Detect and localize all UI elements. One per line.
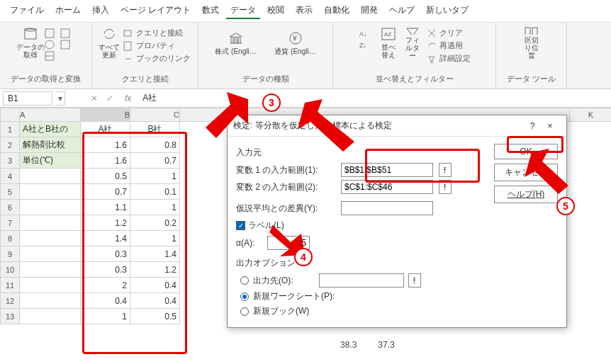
cell[interactable]	[20, 293, 81, 309]
col-header-k[interactable]: K	[570, 108, 611, 122]
cell[interactable]: 1.2	[130, 262, 180, 278]
cell[interactable]: B社	[130, 122, 180, 137]
range-picker-icon[interactable]: ⭱	[439, 163, 452, 177]
select-all-corner[interactable]	[0, 108, 20, 122]
fx-icon[interactable]: fx	[118, 93, 138, 103]
cell[interactable]: 1	[130, 169, 180, 184]
cell[interactable]: 単位(℃)	[20, 153, 81, 169]
menu-home[interactable]: ホーム	[51, 3, 85, 19]
cell[interactable]: 0.4	[130, 278, 180, 293]
name-box-dropdown[interactable]: ▾	[55, 91, 65, 106]
advanced-button[interactable]: 詳細設定	[427, 52, 471, 64]
cell[interactable]: 1.6	[81, 153, 130, 169]
cell[interactable]: 1.4	[81, 231, 130, 246]
cell[interactable]	[20, 246, 81, 262]
sort-button[interactable]: AZ 並べ替え	[379, 25, 398, 59]
cell[interactable]: 0.2	[130, 215, 180, 231]
from-web-icon[interactable]	[45, 40, 56, 50]
enter-icon[interactable]: ✓	[102, 93, 118, 103]
cell[interactable]	[20, 215, 81, 231]
menu-auto[interactable]: 自動化	[320, 3, 354, 19]
from-text-icon[interactable]	[45, 28, 56, 38]
row-header[interactable]: 13	[0, 309, 20, 324]
currency-button[interactable]: ¥ 通貨 (Engli…	[271, 25, 320, 59]
cell[interactable]	[20, 169, 81, 184]
name-box[interactable]: B1	[3, 91, 52, 106]
stocks-button[interactable]: 株式 (Engli…	[211, 25, 261, 59]
cell[interactable]: 0.4	[81, 293, 130, 309]
cell[interactable]: 0.7	[130, 153, 180, 169]
existing-icon[interactable]	[60, 40, 72, 50]
row-header[interactable]: 5	[0, 184, 20, 200]
reapply-button[interactable]: 再適用	[427, 40, 471, 52]
labels-checkbox[interactable]: ✓	[236, 221, 245, 230]
queries-button[interactable]: クエリと接続	[123, 27, 191, 39]
formula-value[interactable]: A社	[138, 92, 161, 104]
menu-help[interactable]: ヘルプ	[385, 3, 419, 19]
row-header[interactable]: 3	[0, 153, 20, 169]
cell[interactable]: A社	[81, 122, 130, 137]
new-worksheet-radio[interactable]	[240, 292, 249, 301]
cell[interactable]: 0.7	[81, 184, 130, 200]
ok-button[interactable]: OK	[494, 144, 558, 159]
refresh-all-button[interactable]: すべて 更新	[99, 25, 119, 59]
cell[interactable]: 0.5	[130, 309, 180, 324]
row-header[interactable]: 8	[0, 231, 20, 246]
cell[interactable]: A社とB社の	[20, 122, 81, 137]
row-header[interactable]: 11	[0, 278, 20, 293]
menu-insert[interactable]: 挿入	[88, 3, 113, 19]
cell[interactable]: 1	[130, 231, 180, 246]
row-header[interactable]: 1	[0, 122, 20, 137]
cell[interactable]: 0.8	[130, 137, 180, 153]
row-header[interactable]: 7	[0, 215, 20, 231]
workbook-links-button[interactable]: ブックのリンク	[123, 52, 191, 64]
filter-button[interactable]: フィルター	[403, 25, 422, 59]
new-workbook-radio[interactable]	[240, 307, 249, 316]
menu-newtab[interactable]: 新しいタブ	[422, 3, 473, 19]
cell[interactable]: 0.5	[81, 169, 130, 184]
cell[interactable]: 0.1	[130, 184, 180, 200]
cell[interactable]	[20, 200, 81, 215]
clear-filter-button[interactable]: クリア	[427, 27, 471, 39]
cell[interactable]	[20, 231, 81, 246]
cell[interactable]: 1.2	[81, 215, 130, 231]
help-button[interactable]: ヘルプ(H)	[494, 186, 558, 203]
cell[interactable]: 2	[81, 278, 130, 293]
menu-pagelayout[interactable]: ページ レイアウト	[116, 3, 195, 19]
dialog-close-icon[interactable]: ×	[539, 121, 561, 131]
row-header[interactable]: 10	[0, 262, 20, 278]
cell[interactable]: 1.6	[81, 137, 130, 153]
row-header[interactable]: 6	[0, 200, 20, 215]
col-header-a[interactable]: A	[20, 108, 81, 122]
cell[interactable]	[20, 262, 81, 278]
cell[interactable]	[20, 278, 81, 293]
menu-formulas[interactable]: 数式	[198, 3, 223, 19]
hypothesis-input[interactable]	[341, 201, 433, 215]
cell[interactable]: 0.3	[81, 246, 130, 262]
cancel-button[interactable]: キャンセル	[494, 164, 558, 181]
sort-desc-icon[interactable]: Z↓	[359, 40, 371, 50]
cell[interactable]	[20, 309, 81, 324]
cell[interactable]: 1.1	[81, 200, 130, 215]
recent-icon[interactable]	[60, 28, 72, 38]
row-header[interactable]: 9	[0, 246, 20, 262]
get-data-button[interactable]: データの 取得	[21, 25, 40, 59]
text-to-columns-button[interactable]: 区切り位置	[522, 25, 542, 59]
range-picker-icon[interactable]: ⭱	[408, 273, 421, 288]
dialog-help-icon[interactable]: ?	[525, 121, 539, 131]
var1-input[interactable]	[341, 163, 433, 177]
sort-asc-icon[interactable]: A↓	[359, 28, 371, 38]
row-header[interactable]: 4	[0, 169, 20, 184]
menu-data[interactable]: データ	[226, 3, 260, 19]
cell[interactable]: 1.4	[130, 246, 180, 262]
row-header[interactable]: 12	[0, 293, 20, 309]
cell[interactable]: 1	[81, 309, 130, 324]
menu-dev[interactable]: 開発	[357, 3, 382, 19]
from-table-icon[interactable]	[45, 51, 56, 61]
menu-review[interactable]: 校閲	[263, 3, 288, 19]
menu-file[interactable]: ファイル	[6, 3, 48, 19]
cell[interactable]	[20, 184, 81, 200]
row-header[interactable]: 2	[0, 137, 20, 153]
cell[interactable]: 解熱剤比較	[20, 137, 81, 153]
output-range-input[interactable]	[319, 273, 404, 288]
